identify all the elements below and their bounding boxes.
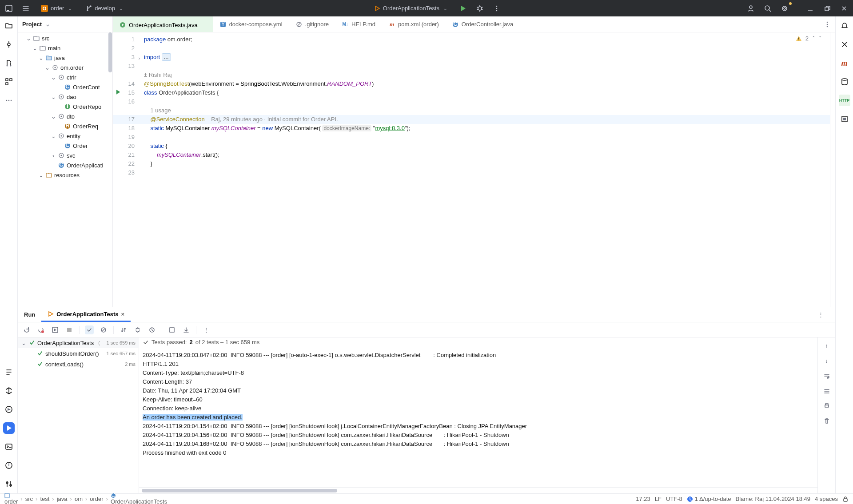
project-tool-icon[interactable]: [3, 20, 15, 32]
rerun-failed-icon[interactable]: [36, 325, 45, 334]
commit-tool-icon[interactable]: [3, 39, 15, 50]
scroll-down-icon[interactable]: ↓: [822, 356, 831, 365]
console-line[interactable]: Date: Thu, 11 Apr 2024 17:20:04 GMT: [143, 386, 817, 395]
next-highlight-icon[interactable]: ˅: [819, 34, 822, 43]
code-line[interactable]: [141, 133, 830, 142]
readonly-lock-icon[interactable]: [842, 496, 849, 502]
database-tool-icon[interactable]: [839, 76, 850, 87]
project-panel-header[interactable]: Project ⌄: [18, 16, 112, 32]
soft-wrap-icon[interactable]: [822, 371, 831, 380]
rerun-icon[interactable]: [22, 325, 31, 334]
project-chip[interactable]: O order ⌄: [36, 3, 77, 14]
tree-row[interactable]: ⌄dto: [18, 111, 112, 121]
editor-error-stripe[interactable]: [830, 32, 835, 307]
ai-assistant-icon[interactable]: [839, 39, 850, 50]
maven-tool-icon[interactable]: m: [839, 57, 850, 69]
code-line[interactable]: static MySQLContainer mySQLContainer = n…: [141, 124, 830, 133]
console-line[interactable]: Content-Length: 37: [143, 377, 817, 386]
more-icon[interactable]: ⋮: [818, 311, 824, 318]
tree-twisty[interactable]: ⌄: [26, 35, 31, 42]
tree-twisty[interactable]: ⌄: [44, 64, 50, 71]
structure-tool-icon[interactable]: [3, 76, 15, 87]
tree-twisty[interactable]: ⌄: [51, 94, 56, 100]
console-line[interactable]: Content-Type: text/plain;charset=UTF-8: [143, 369, 817, 377]
tree-row[interactable]: COrder: [18, 141, 112, 151]
show-ignored-icon[interactable]: [99, 325, 108, 334]
editor-tab[interactable]: mpom.xml (order): [382, 16, 446, 32]
more-tools-icon[interactable]: [3, 95, 15, 106]
test-tree[interactable]: ⌄OrderApplicationTests(1 sec 659 msshoul…: [18, 337, 139, 369]
indent-status[interactable]: 4 spaces: [815, 496, 838, 502]
tree-twisty[interactable]: ⌄: [51, 113, 56, 120]
scroll-up-icon[interactable]: ↑: [822, 341, 831, 350]
editor-tab[interactable]: .gitignore: [289, 16, 335, 32]
pull-requests-icon[interactable]: [3, 57, 15, 69]
tree-row[interactable]: ⌄om.order: [18, 63, 112, 72]
vcs-branch-chip[interactable]: develop ⌄: [81, 3, 128, 13]
console-line[interactable]: Connection: keep-alive: [143, 404, 817, 413]
console-line[interactable]: 2024-04-11T19:20:04.156+02:00 INFO 59088…: [143, 431, 817, 440]
file-encoding[interactable]: UTF-8: [666, 496, 682, 502]
tree-row[interactable]: ⌄src: [18, 33, 112, 43]
keymap-icon[interactable]: [3, 366, 15, 378]
console-line[interactable]: HTTP/1.1 201: [143, 360, 817, 369]
console-h-scrollbar[interactable]: [139, 487, 817, 493]
test-tree-row[interactable]: shouldSubmitOrder()1 sec 657 ms: [18, 348, 139, 359]
window-close[interactable]: [838, 2, 850, 15]
code-line[interactable]: mySQLContainer.start();: [141, 151, 830, 159]
coverage-icon[interactable]: [839, 113, 850, 125]
print-icon[interactable]: [822, 401, 831, 410]
console-line[interactable]: Keep-Alive: timeout=60: [143, 395, 817, 404]
code-line[interactable]: [141, 62, 830, 71]
console-line[interactable]: Process finished with exit code 0: [143, 448, 817, 457]
tree-row[interactable]: COrderCont: [18, 82, 112, 92]
console-line[interactable]: 2024-04-11T19:20:03.847+02:00 INFO 59088…: [143, 351, 817, 360]
run-config-selector[interactable]: OrderApplicationTests ⌄: [370, 3, 452, 13]
prev-highlight-icon[interactable]: ˄: [812, 34, 815, 43]
tree-row[interactable]: ⌄main: [18, 43, 112, 53]
services-icon[interactable]: [3, 404, 15, 415]
git-blame[interactable]: Blame: Raj 11.04.2024 18:49: [736, 496, 810, 502]
sort-icon[interactable]: [119, 325, 128, 334]
debug-button[interactable]: [474, 2, 486, 15]
run-button[interactable]: [457, 2, 469, 15]
terminal-tool-icon[interactable]: [3, 441, 15, 452]
build-tool-icon[interactable]: [3, 385, 15, 397]
tabs-more-icon[interactable]: [819, 16, 835, 32]
run-tab-label[interactable]: Run: [18, 307, 41, 322]
line-separator[interactable]: LF: [655, 496, 662, 502]
tree-twisty[interactable]: ⌄: [38, 55, 44, 61]
more-icon[interactable]: ⋮: [202, 325, 211, 334]
tree-twisty[interactable]: ⌄: [21, 340, 27, 346]
problems-tool-icon[interactable]: [3, 460, 15, 471]
tree-twisty[interactable]: ›: [51, 152, 56, 159]
ide-logo[interactable]: [3, 2, 15, 15]
code-line[interactable]: [141, 44, 830, 53]
code-line[interactable]: @SpringBootTest(webEnvironment = SpringB…: [141, 79, 830, 88]
tree-twisty[interactable]: ⌄: [32, 45, 37, 52]
search-icon[interactable]: [761, 2, 774, 15]
tree-twisty[interactable]: ⌄: [51, 74, 56, 81]
editor-gutter[interactable]: 12›31314151617181920212223: [113, 32, 141, 307]
code-line[interactable]: 1 usage: [141, 106, 830, 115]
breadcrumb-item[interactable]: om: [75, 496, 83, 502]
code-line[interactable]: [141, 97, 830, 106]
console-line[interactable]: An order has been created and placed.: [143, 413, 817, 422]
code-line[interactable]: [141, 168, 830, 177]
window-restore[interactable]: [821, 2, 833, 15]
notifications-icon[interactable]: [839, 20, 850, 32]
breadcrumb-item[interactable]: test: [40, 496, 49, 502]
http-client-icon[interactable]: HTTP: [839, 95, 850, 106]
tree-row[interactable]: ⌄ctrlr: [18, 72, 112, 82]
tree-row[interactable]: ›svc: [18, 151, 112, 160]
show-passed-icon[interactable]: [85, 325, 94, 334]
console-line[interactable]: 2024-04-11T19:20:04.168+02:00 INFO 59088…: [143, 440, 817, 448]
editor-tab[interactable]: COrderController.java: [446, 16, 520, 32]
tree-twisty[interactable]: ⌄: [38, 172, 44, 179]
breadcrumb-item[interactable]: order: [4, 493, 18, 504]
run-tool-icon[interactable]: [3, 422, 15, 434]
code-line[interactable]: package om.order;: [141, 35, 830, 44]
settings-icon[interactable]: [778, 2, 791, 15]
tree-twisty[interactable]: ⌄: [51, 133, 56, 139]
minimize-icon[interactable]: —: [827, 311, 833, 318]
